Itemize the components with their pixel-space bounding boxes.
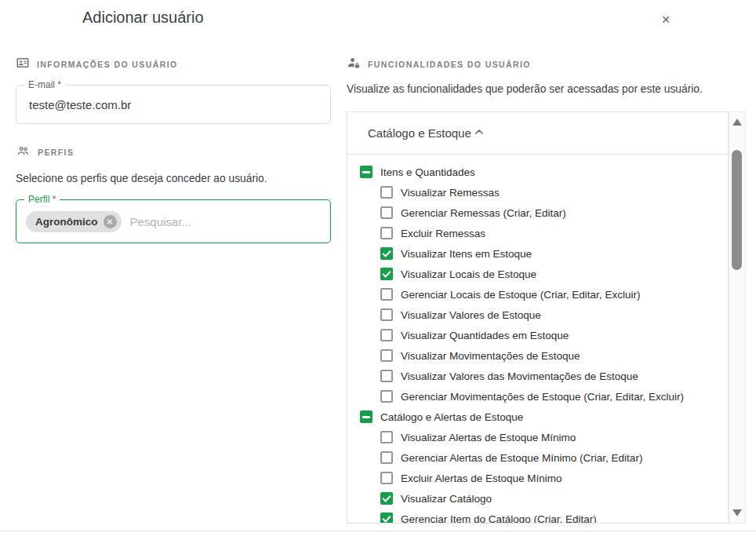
permission-checkbox[interactable]	[380, 186, 393, 199]
email-field: E-mail *	[16, 85, 331, 124]
section-title: PERFIS	[38, 148, 74, 157]
email-input[interactable]	[16, 86, 330, 123]
permission-row: Catálogo e Alertas de Estoque	[347, 407, 728, 427]
chip-remove-icon[interactable]: ✕	[104, 215, 117, 228]
permission-checkbox[interactable]	[380, 227, 393, 239]
permission-label[interactable]: Visualizar Valores de Estoque	[401, 309, 541, 321]
features-panel-wrap: Catálogo e Estoque Itens e Quantidades V…	[347, 111, 746, 524]
permission-label[interactable]: Visualizar Quantidades em Estoque	[401, 330, 569, 341]
permission-checkbox[interactable]	[380, 206, 393, 219]
permission-checkbox[interactable]	[380, 451, 393, 464]
permission-label[interactable]: Excluir Alertas de Estoque Mínimo	[401, 472, 562, 484]
profiles-description: Selecione os perfis que deseja conceder …	[16, 173, 331, 184]
permission-label[interactable]: Visualizar Itens em Estoque	[401, 248, 532, 260]
profile-field-label-text: Perfil	[28, 194, 49, 205]
group-icon	[16, 144, 31, 162]
permission-row: Visualizar Itens em Estoque	[347, 243, 728, 264]
permission-row: Gerenciar Remessas (Criar, Editar)	[347, 202, 728, 223]
close-icon[interactable]: ✕	[657, 11, 674, 28]
permission-checkbox[interactable]	[380, 308, 393, 321]
permission-checkbox[interactable]	[380, 513, 393, 524]
features-column: FUNCIONALIDADES DO USUÁRIO Visualize as …	[347, 57, 746, 524]
permission-row: Excluir Remessas	[347, 223, 728, 243]
permission-row: Gerenciar Item do Catálogo (Criar, Edita…	[347, 509, 728, 524]
features-description: Visualize as funcionalidades que poderão…	[347, 83, 746, 95]
section-title: FUNCIONALIDADES DO USUÁRIO	[368, 60, 531, 69]
group-label[interactable]: Itens e Quantidades	[380, 166, 475, 178]
add-user-dialog: Adicionar usuário ✕ INFORMAÇÕES DO USUÁR…	[0, 0, 756, 540]
permission-label[interactable]: Visualizar Catálogo	[401, 493, 492, 505]
permission-row: Visualizar Catálogo	[347, 488, 728, 509]
features-section-header: FUNCIONALIDADES DO USUÁRIO	[347, 57, 746, 71]
group-checkbox[interactable]	[360, 166, 373, 178]
permission-row: Visualizar Valores das Movimentações de …	[347, 366, 728, 386]
permission-label[interactable]: Gerenciar Item do Catálogo (Criar, Edita…	[401, 513, 597, 524]
profile-chip-label: Agronômico	[35, 216, 98, 228]
permission-row: Visualizar Locais de Estoque	[347, 264, 728, 284]
accordion-catalogo-estoque[interactable]: Catálogo e Estoque	[347, 112, 728, 155]
scrollbar-thumb[interactable]	[732, 150, 742, 270]
person-lock-icon	[347, 56, 361, 73]
profiles-section-header: PERFIS	[16, 145, 331, 159]
permission-checkbox[interactable]	[380, 390, 393, 403]
permission-row: Visualizar Alertas de Estoque Mínimo	[347, 427, 728, 447]
permission-label[interactable]: Excluir Remessas	[401, 228, 485, 239]
accordion-title: Catálogo e Estoque	[368, 126, 471, 140]
permission-checkbox[interactable]	[380, 492, 393, 505]
required-asterisk-glyph: *	[53, 194, 56, 205]
permission-row: Visualizar Quantidades em Estoque	[347, 325, 728, 345]
permission-row: Itens e Quantidades	[347, 162, 728, 182]
permission-label[interactable]: Visualizar Alertas de Estoque Mínimo	[401, 432, 576, 443]
permission-checkbox[interactable]	[380, 349, 393, 362]
permission-checkbox[interactable]	[380, 370, 393, 382]
contact-card-icon	[16, 56, 30, 73]
scrollbar-up-arrow-icon[interactable]	[732, 119, 742, 126]
chips-container: Agronômico ✕	[26, 211, 122, 232]
permission-checkbox[interactable]	[380, 247, 393, 260]
group-label[interactable]: Catálogo e Alertas de Estoque	[380, 411, 523, 423]
features-panel: Catálogo e Estoque Itens e Quantidades V…	[347, 111, 729, 524]
permission-row: Visualizar Valores de Estoque	[347, 305, 728, 325]
page-title: Adicionar usuário	[82, 9, 204, 27]
scrollbar[interactable]	[729, 111, 746, 524]
permission-label[interactable]: Visualizar Valores das Movimentações de …	[401, 370, 638, 382]
permission-checkbox[interactable]	[380, 288, 393, 301]
user-info-section-header: INFORMAÇÕES DO USUÁRIO	[16, 57, 331, 71]
section-title: INFORMAÇÕES DO USUÁRIO	[37, 60, 178, 69]
permission-checkbox[interactable]	[380, 268, 393, 280]
scrollbar-down-arrow-icon[interactable]	[732, 509, 742, 516]
permission-row: Gerenciar Alertas de Estoque Mínimo (Cri…	[347, 447, 728, 468]
profile-select-field: Perfil * Agronômico ✕	[16, 199, 331, 243]
permission-checkbox[interactable]	[380, 472, 393, 484]
permission-label[interactable]: Gerenciar Remessas (Criar, Editar)	[401, 207, 566, 219]
permission-row: Excluir Alertas de Estoque Mínimo	[347, 468, 728, 488]
permission-label[interactable]: Gerenciar Locais de Estoque (Criar, Edit…	[401, 289, 640, 301]
permission-label[interactable]: Visualizar Remessas	[401, 187, 500, 199]
profile-field-label: Perfil *	[24, 194, 60, 206]
email-field-label: E-mail *	[24, 79, 65, 91]
profile-chip: Agronômico ✕	[26, 211, 122, 232]
dialog-footer-divider	[0, 531, 756, 531]
chevron-up-icon	[471, 124, 487, 143]
permission-row: Visualizar Movimentações de Estoque	[347, 345, 728, 366]
permission-checkbox[interactable]	[380, 329, 393, 341]
permission-label[interactable]: Visualizar Movimentações de Estoque	[401, 350, 580, 362]
permission-row: Gerenciar Movimentações de Estoque (Cria…	[347, 386, 728, 407]
permission-label[interactable]: Gerenciar Movimentações de Estoque (Cria…	[401, 391, 684, 403]
permission-row: Visualizar Remessas	[347, 182, 728, 202]
permission-label[interactable]: Gerenciar Alertas de Estoque Mínimo (Cri…	[401, 452, 642, 464]
permissions-list: Itens e Quantidades Visualizar Remessas …	[347, 155, 728, 524]
permission-checkbox[interactable]	[380, 431, 393, 443]
permission-row: Gerenciar Locais de Estoque (Criar, Edit…	[347, 284, 728, 305]
group-checkbox[interactable]	[360, 410, 373, 423]
user-info-column: INFORMAÇÕES DO USUÁRIO E-mail * PERFIS S…	[16, 57, 331, 243]
permission-label[interactable]: Visualizar Locais de Estoque	[401, 268, 536, 280]
profile-search-input[interactable]	[130, 215, 322, 228]
